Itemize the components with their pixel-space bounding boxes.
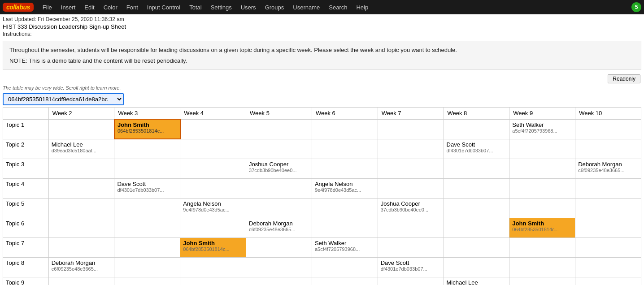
schedule-cell[interactable]: Seth Walkera5cf4f7205793968... xyxy=(509,119,575,139)
schedule-cell xyxy=(48,178,114,198)
menu-edit[interactable]: Edit xyxy=(80,2,99,13)
description-line2: NOTE: This is a demo table and the conte… xyxy=(9,56,635,65)
schedule-cell xyxy=(246,238,312,257)
menu-font[interactable]: Font xyxy=(122,2,143,13)
table-row: Topic 7John Smith064bf2853501814c...Seth… xyxy=(3,238,641,257)
notification-badge[interactable]: 5 xyxy=(631,2,641,12)
schedule-cell[interactable]: John Smith064bf2853501814c... xyxy=(509,218,575,238)
schedule-cell xyxy=(509,198,575,218)
schedule-cell[interactable]: Dave Scottdf4301e7db033b07... xyxy=(378,257,444,277)
menu-input-control[interactable]: Input Control xyxy=(143,2,185,13)
cell-id: 064bf2853501814c... xyxy=(512,227,572,232)
schedule-cell xyxy=(246,178,312,198)
cell-id: a5cf4f7205793968... xyxy=(512,128,572,134)
schedule-cell[interactable]: Michael Leed39ead3fc5180aaf... xyxy=(444,277,509,285)
schedule-cell xyxy=(575,178,641,198)
schedule-cell xyxy=(575,139,641,159)
user-select[interactable]: 064bf2853501814cdf9edca61de8a2bc xyxy=(3,93,124,105)
schedule-cell[interactable]: Deborah Morganc6f09235e48e3665... xyxy=(48,257,114,277)
table-header-row: Week 2 Week 3 Week 4 Week 5 Week 6 Week … xyxy=(3,108,641,120)
schedule-cell[interactable]: Seth Walkera5cf4f7205793968... xyxy=(312,238,378,257)
topic-cell: Topic 7 xyxy=(3,238,49,257)
schedule-cell xyxy=(114,159,180,178)
menu-search[interactable]: Search xyxy=(324,2,352,13)
last-updated: Last Updated: Fri December 25, 2020 11:3… xyxy=(3,16,641,22)
table-row: Topic 8Deborah Morganc6f09235e48e3665...… xyxy=(3,257,641,277)
schedule-cell xyxy=(246,119,312,139)
schedule-cell[interactable]: Michael Leed39ead3fc5180aaf... xyxy=(48,139,114,159)
cell-name: Seth Walker xyxy=(315,240,375,246)
schedule-cell[interactable]: Deborah Morganc6f09235e48e3665... xyxy=(246,218,312,238)
topic-cell: Topic 5 xyxy=(3,198,49,218)
cell-name: John Smith xyxy=(117,121,177,128)
topic-cell: Topic 1 xyxy=(3,119,49,139)
schedule-cell xyxy=(48,218,114,238)
schedule-cell xyxy=(444,159,509,178)
schedule-cell xyxy=(312,139,378,159)
schedule-cell xyxy=(444,238,509,257)
schedule-cell xyxy=(114,198,180,218)
schedule-cell xyxy=(444,198,509,218)
schedule-cell[interactable]: Joshua Cooper37cdb3b90be40ee0... xyxy=(378,198,444,218)
schedule-cell xyxy=(509,178,575,198)
dropdown-row: 064bf2853501814cdf9edca61de8a2bc xyxy=(0,91,644,107)
schedule-cell xyxy=(246,257,312,277)
cell-id: 9e4f978d0e43d5ac... xyxy=(183,207,243,212)
table-row: Topic 4Dave Scottdf4301e7db033b07...Ange… xyxy=(3,178,641,198)
menu-username[interactable]: Username xyxy=(288,2,324,13)
cell-id: df4301e7db033b07... xyxy=(381,266,441,272)
table-row: Topic 5Angela Nelson9e4f978d0e43d5ac...J… xyxy=(3,198,641,218)
readonly-button[interactable]: Readonly xyxy=(608,74,640,83)
menu-settings[interactable]: Settings xyxy=(206,2,236,13)
schedule-cell[interactable]: Angela Nelson9e4f978d0e43d5ac... xyxy=(312,178,378,198)
cell-id: 064bf2853501814c... xyxy=(117,128,177,134)
schedule-cell xyxy=(312,119,378,139)
schedule-cell xyxy=(444,218,509,238)
cell-id: df4301e7db033b07... xyxy=(117,187,177,193)
readonly-row: Readonly xyxy=(0,73,644,84)
schedule-cell xyxy=(575,277,641,285)
schedule-cell xyxy=(180,139,246,159)
app-logo[interactable]: collabus xyxy=(3,3,34,12)
schedule-cell[interactable]: Deborah Morganc6f09235e48e3665... xyxy=(575,159,641,178)
schedule-cell[interactable]: Joshua Cooper37cdb3b90be40ee0... xyxy=(246,159,312,178)
menu-users[interactable]: Users xyxy=(236,2,261,13)
topic-cell: Topic 8 xyxy=(3,257,49,277)
schedule-cell xyxy=(509,277,575,285)
schedule-cell[interactable]: Angela Nelson9e4f978d0e43d5ac... xyxy=(180,198,246,218)
topic-cell: Topic 2 xyxy=(3,139,49,159)
schedule-cell[interactable]: Dave Scottdf4301e7db033b07... xyxy=(444,139,509,159)
cell-name: John Smith xyxy=(183,240,243,246)
menubar: collabus File Insert Edit Color Font Inp… xyxy=(0,0,644,14)
menu-color[interactable]: Color xyxy=(99,2,122,13)
schedule-cell xyxy=(575,257,641,277)
info-area: Last Updated: Fri December 25, 2020 11:3… xyxy=(0,14,644,38)
menu-file[interactable]: File xyxy=(38,2,57,13)
cell-id: 9e4f978d0e43d5ac... xyxy=(315,187,375,193)
schedule-cell xyxy=(444,119,509,139)
cell-id: c6f09235e48e3665... xyxy=(578,168,638,173)
schedule-cell xyxy=(180,277,246,285)
cell-name: Deborah Morgan xyxy=(52,259,112,266)
schedule-cell[interactable]: Dave Scottdf4301e7db033b07... xyxy=(114,178,180,198)
menu-groups[interactable]: Groups xyxy=(261,2,289,13)
schedule-cell xyxy=(509,139,575,159)
table-row: Topic 9Michael Leed39ead3fc5180aaf... xyxy=(3,277,641,285)
table-wrapper: Week 2 Week 3 Week 4 Week 5 Week 6 Week … xyxy=(0,107,644,285)
schedule-cell xyxy=(312,277,378,285)
schedule-cell xyxy=(509,257,575,277)
schedule-cell[interactable]: John Smith064bf2853501814c... xyxy=(114,119,180,139)
menu-insert[interactable]: Insert xyxy=(57,2,80,13)
table-row: Topic 3Joshua Cooper37cdb3b90be40ee0...D… xyxy=(3,159,641,178)
schedule-cell xyxy=(378,159,444,178)
schedule-cell xyxy=(114,218,180,238)
menu-help[interactable]: Help xyxy=(352,2,373,13)
schedule-cell xyxy=(378,218,444,238)
schedule-cell xyxy=(114,238,180,257)
cell-name: Angela Nelson xyxy=(183,200,243,207)
cell-id: 37cdb3b90be40ee0... xyxy=(249,168,309,173)
col-header-week2: Week 2 xyxy=(48,108,114,120)
col-header-week9: Week 9 xyxy=(509,108,575,120)
schedule-cell[interactable]: John Smith064bf2853501814c... xyxy=(180,238,246,257)
menu-total[interactable]: Total xyxy=(185,2,206,13)
